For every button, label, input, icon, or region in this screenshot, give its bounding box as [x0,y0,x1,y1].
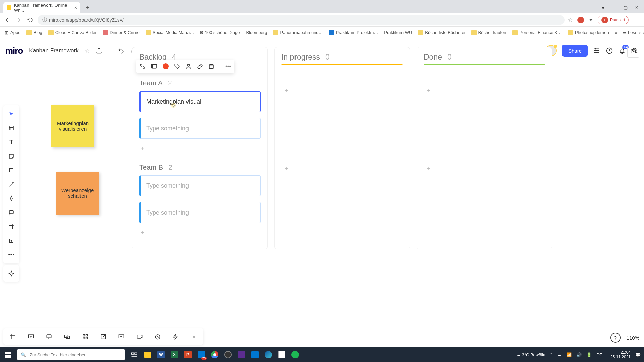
app-icon[interactable] [249,349,261,361]
back-button[interactable] [3,16,11,24]
help-icon[interactable]: ? [610,333,621,343]
obs-icon[interactable] [222,349,234,361]
text-tool[interactable]: T [5,136,17,148]
frames-panel-icon[interactable] [7,330,19,343]
settings-dot-icon[interactable]: ● [602,5,604,10]
timer-icon[interactable] [152,330,164,343]
connection-tool[interactable] [5,178,17,190]
apps-bookmark[interactable]: ⊞Apps [3,29,22,36]
url-field[interactable]: ⓘ miro.com/app/board/uXjVOf8yZ1s=/ [38,15,565,25]
close-tab-icon[interactable]: × [74,5,77,10]
excel-icon[interactable]: X [168,349,180,361]
settings-sliders-icon[interactable] [593,47,600,54]
comments-panel-button[interactable] [627,46,639,58]
upload-tool[interactable] [5,235,17,247]
add-card-button[interactable]: + [281,85,291,96]
bookmark-item[interactable]: Praktikum Projektm… [328,29,380,36]
export-icon[interactable] [96,47,102,54]
frame-tool[interactable] [5,221,17,233]
cards-icon[interactable] [61,330,73,343]
more-tools-icon[interactable]: ••• [5,249,17,261]
add-card-button[interactable]: + [424,85,434,96]
bookmark-item[interactable]: Blog [25,29,44,36]
kanban-card-empty[interactable]: Type something [139,202,261,223]
card-style-icon[interactable] [151,64,157,69]
battery-icon[interactable]: 🔋 [586,352,592,357]
bookmark-item[interactable]: Bücher kaufen [470,29,508,36]
bookmark-item[interactable]: Panoramabahn und… [272,29,324,36]
sticky-note-tool[interactable] [5,150,17,162]
start-button[interactable] [0,347,16,362]
kanban-card-empty[interactable]: Type something [139,118,261,139]
close-window-icon[interactable]: ✕ [635,5,639,10]
spotify-icon[interactable] [289,349,301,361]
app-icon[interactable] [235,349,248,361]
mail-icon[interactable]: 73 [195,349,207,361]
windows-search[interactable]: 🔍 Zur Suche Text hier eingeben [17,349,125,360]
bookmark-star-icon[interactable]: ☆ [568,17,573,23]
powerpoint-icon[interactable]: P [182,349,194,361]
shape-tool[interactable] [5,164,17,176]
card-color-icon[interactable] [163,63,169,69]
browser-tab[interactable]: m Kanban Framework, Online Whi… × [3,2,80,13]
weather-widget[interactable]: ☁ 3°C Bewölkt [516,352,546,357]
kanban-card-editing[interactable]: Marketingplan visual [139,91,261,112]
maximize-icon[interactable]: ▢ [624,5,628,10]
more-options-icon[interactable]: ••• [225,63,231,69]
notifications-icon[interactable]: 14 [619,47,626,54]
minimize-icon[interactable]: — [612,5,616,10]
undo-icon[interactable] [118,47,124,54]
volume-icon[interactable]: 🔊 [576,352,582,357]
kanban-card-empty[interactable]: Type something [139,175,261,196]
screen-share-icon[interactable] [115,330,127,343]
record-icon[interactable] [133,330,146,343]
edge-icon[interactable] [262,349,274,361]
clock[interactable]: 21:04 25.11.2021 [610,350,631,359]
swimlane-title[interactable]: Team B [139,163,163,171]
bookmark-item[interactable]: Cload + Canva Bilder [47,29,98,36]
collapse-toolbar-icon[interactable]: « [188,330,200,343]
assignee-icon[interactable] [185,63,192,69]
share-button[interactable]: Share [562,45,588,57]
swimlane-title[interactable]: Team A [139,79,163,87]
wifi-icon[interactable]: 📶 [566,352,572,357]
expand-card-icon[interactable] [139,63,145,69]
bookmark-item[interactable]: Bloomberg [245,29,269,36]
ai-tool[interactable] [3,265,19,282]
sticky-note-yellow[interactable]: Marketingplan visualisieren [51,105,94,147]
bookmark-item[interactable]: Personal Finance K… [511,29,563,36]
bookmark-item[interactable]: Dinner & Crime [101,29,141,36]
comment-tool[interactable] [5,206,17,219]
word-icon[interactable]: W [155,349,167,361]
select-tool[interactable] [5,108,17,120]
grid-icon[interactable] [79,330,91,343]
add-card-button[interactable]: + [424,164,434,174]
miro-logo[interactable]: miro [5,46,23,56]
onedrive-icon[interactable]: ☁ [557,352,561,357]
voting-icon[interactable] [170,330,182,343]
activity-icon[interactable] [606,47,613,54]
new-tab-button[interactable]: + [83,3,92,12]
templates-tool[interactable] [5,122,17,134]
notepad-icon[interactable] [276,349,288,361]
add-card-button[interactable]: + [281,164,291,174]
chrome-menu-icon[interactable]: ⋮ [633,17,639,23]
tag-icon[interactable] [174,63,180,69]
profile-paused-chip[interactable]: T Pausiert [598,16,629,24]
link-icon[interactable] [197,63,203,69]
bookmarks-overflow-icon[interactable]: » [615,30,618,35]
extensions-icon[interactable]: ✦ [589,17,593,23]
column-title[interactable]: Done [424,53,442,62]
favorite-star-icon[interactable]: ☆ [85,48,90,54]
board-title[interactable]: Kanban Framework [29,47,78,54]
comments-icon[interactable] [43,330,55,343]
date-icon[interactable] [208,63,214,69]
column-title[interactable]: In progress [281,53,320,62]
bookmark-item[interactable]: B100 schöne Dinge [199,29,241,36]
file-explorer-icon[interactable] [142,349,154,361]
sticky-note-orange[interactable]: Werbeanzeige schalten [56,172,99,215]
share-link-icon[interactable] [97,330,109,343]
tray-chevron-icon[interactable]: ˄ [550,352,552,357]
present-icon[interactable] [25,330,37,343]
pen-tool[interactable] [5,192,17,204]
